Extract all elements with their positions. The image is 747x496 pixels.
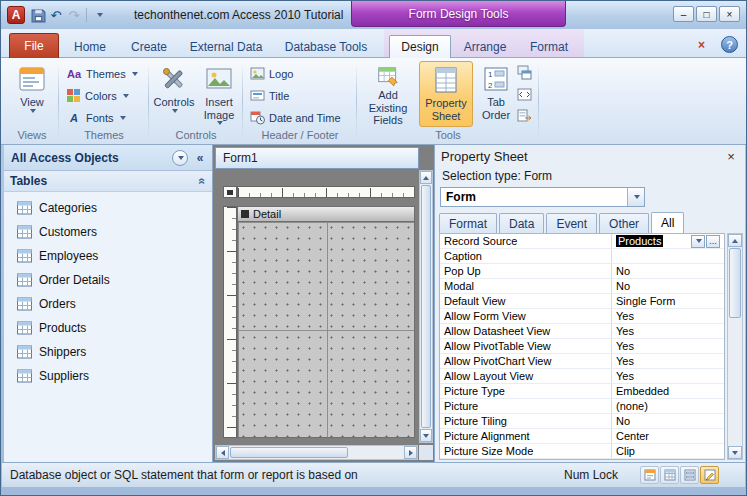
form-view-button[interactable]	[640, 466, 659, 484]
help-button[interactable]: ?	[721, 36, 738, 53]
property-row-allow-pivottable-view[interactable]: Allow PivotTable View Yes	[440, 339, 724, 354]
logo-button[interactable]: Logo	[247, 63, 296, 84]
prop-tab-event[interactable]: Event	[546, 213, 597, 233]
save-button[interactable]	[29, 5, 47, 25]
property-value[interactable]: Yes	[612, 339, 724, 353]
design-view-button[interactable]	[700, 466, 719, 484]
property-row-caption[interactable]: Caption	[440, 249, 724, 264]
property-name[interactable]: Picture Tiling	[440, 414, 612, 428]
scroll-down-button[interactable]	[420, 429, 432, 442]
property-value[interactable]: (none)	[612, 399, 724, 413]
property-name[interactable]: Record Source	[440, 234, 612, 248]
property-sheet-button[interactable]: Property Sheet	[419, 61, 473, 127]
access-app-icon[interactable]: A	[7, 6, 25, 24]
minimize-button[interactable]: –	[673, 6, 694, 22]
tab-create[interactable]: Create	[121, 35, 177, 58]
convert-macros-button[interactable]	[515, 107, 533, 125]
scroll-right-button[interactable]	[404, 446, 417, 459]
record-source-dropdown-button[interactable]	[691, 235, 705, 248]
tab-order-button[interactable]: 12 Tab Order	[475, 61, 517, 127]
property-name[interactable]: Picture	[440, 399, 612, 413]
scroll-up-button[interactable]	[728, 234, 742, 247]
property-value[interactable]: Single Form	[612, 294, 724, 308]
tab-database-tools[interactable]: Database Tools	[275, 35, 377, 58]
date-time-button[interactable]: Date and Time	[247, 107, 344, 128]
property-name[interactable]: Default View	[440, 294, 612, 308]
property-name[interactable]: Allow PivotChart View	[440, 354, 612, 368]
property-name[interactable]: Allow Datasheet View	[440, 324, 612, 338]
prop-tab-data[interactable]: Data	[499, 213, 544, 233]
datasheet-view-button[interactable]	[660, 466, 679, 484]
view-button[interactable]: View	[8, 61, 56, 127]
undo-button[interactable]: ↶	[47, 5, 65, 25]
shutter-bar-collapse-button[interactable]: «	[192, 150, 208, 166]
nav-item-orders[interactable]: Orders	[4, 292, 212, 316]
qat-customize-button[interactable]	[90, 5, 108, 25]
property-value[interactable]: Clip	[612, 444, 724, 458]
property-row-default-view[interactable]: Default View Single Form	[440, 294, 724, 309]
property-value[interactable]: Yes	[612, 369, 724, 383]
tab-external-data[interactable]: External Data	[181, 35, 271, 58]
property-row-modal[interactable]: Modal No	[440, 279, 724, 294]
scroll-track[interactable]	[349, 446, 404, 459]
property-row-allow-datasheet-view[interactable]: Allow Datasheet View Yes	[440, 324, 724, 339]
maximize-button[interactable]: □	[696, 6, 717, 22]
controls-button[interactable]: Controls	[151, 61, 197, 127]
property-row-picture-alignment[interactable]: Picture Alignment Center	[440, 429, 724, 444]
nav-item-order-details[interactable]: Order Details	[4, 268, 212, 292]
property-row-pop-up[interactable]: Pop Up No	[440, 264, 724, 279]
redo-button[interactable]: ↷	[65, 5, 83, 25]
tab-design[interactable]: Design	[389, 35, 451, 58]
property-row-picture[interactable]: Picture (none)	[440, 399, 724, 414]
property-row-picture-type[interactable]: Picture Type Embedded	[440, 384, 724, 399]
property-row-allow-form-view[interactable]: Allow Form View Yes	[440, 309, 724, 324]
title-button[interactable]: Title	[247, 85, 292, 106]
selection-combo-box[interactable]: Form	[440, 187, 645, 207]
property-name[interactable]: Picture Alignment	[440, 429, 612, 443]
property-value[interactable]	[612, 249, 724, 263]
property-name[interactable]: Modal	[440, 279, 612, 293]
selection-combo-dropdown-button[interactable]	[627, 188, 644, 206]
property-name[interactable]: Picture Size Mode	[440, 444, 612, 458]
nav-item-products[interactable]: Products	[4, 316, 212, 340]
prop-tab-all[interactable]: All	[651, 212, 684, 233]
view-code-button[interactable]	[515, 85, 533, 103]
record-source-value[interactable]: Products	[616, 235, 663, 247]
property-value[interactable]: Center	[612, 429, 724, 443]
prop-tab-other[interactable]: Other	[599, 213, 649, 233]
scroll-track[interactable]	[728, 319, 742, 446]
nav-pane-menu-button[interactable]	[172, 150, 188, 166]
scroll-down-button[interactable]	[728, 446, 742, 459]
property-name[interactable]: Allow Layout View	[440, 369, 612, 383]
property-value[interactable]: Yes	[612, 354, 724, 368]
fonts-button[interactable]: A Fonts	[63, 107, 129, 128]
tab-file[interactable]: File	[9, 33, 59, 58]
tab-home[interactable]: Home	[63, 35, 117, 58]
property-name[interactable]: Allow PivotTable View	[440, 339, 612, 353]
property-name[interactable]: Caption	[440, 249, 612, 263]
scroll-left-button[interactable]	[216, 446, 229, 459]
nav-item-employees[interactable]: Employees	[4, 244, 212, 268]
form-vertical-scrollbar[interactable]	[419, 170, 433, 443]
form-horizontal-scrollbar[interactable]	[215, 445, 418, 460]
property-row-picture-tiling[interactable]: Picture Tiling No	[440, 414, 724, 429]
tab-arrange[interactable]: Arrange	[453, 35, 517, 58]
vertical-scroll-thumb[interactable]	[421, 185, 431, 428]
property-name[interactable]: Pop Up	[440, 264, 612, 278]
themes-button[interactable]: Aa Themes	[63, 63, 141, 84]
horizontal-ruler[interactable]	[237, 186, 415, 198]
vertical-scroll-thumb[interactable]	[729, 248, 741, 318]
property-value[interactable]: Yes	[612, 324, 724, 338]
property-row-record-source[interactable]: Record Source Products ...	[440, 234, 724, 249]
form-selector-box[interactable]	[223, 186, 237, 198]
property-value[interactable]: No	[612, 264, 724, 278]
nav-item-categories[interactable]: Categories	[4, 196, 212, 220]
layout-view-button[interactable]	[680, 466, 699, 484]
property-sheet-close-icon[interactable]: ×	[723, 148, 739, 164]
property-value[interactable]: Embedded	[612, 384, 724, 398]
nav-item-shippers[interactable]: Shippers	[4, 340, 212, 364]
record-source-builder-button[interactable]: ...	[706, 235, 720, 248]
property-name[interactable]: Picture Type	[440, 384, 612, 398]
property-value[interactable]: No	[612, 414, 724, 428]
property-row-allow-pivotchart-view[interactable]: Allow PivotChart View Yes	[440, 354, 724, 369]
